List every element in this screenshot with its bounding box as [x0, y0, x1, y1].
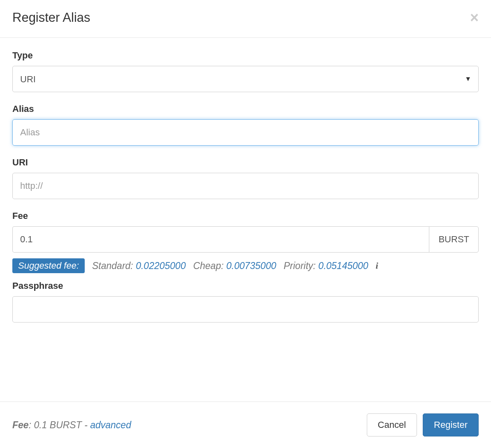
- suggested-fee-badge: Suggested fee:: [12, 258, 85, 273]
- footer-fee-value: : 0.1 BURST -: [29, 420, 90, 430]
- fee-cheap: Cheap: 0.00735000: [193, 260, 276, 272]
- alias-input[interactable]: [12, 119, 479, 146]
- uri-input[interactable]: [12, 173, 479, 199]
- fee-suggestions-row: Suggested fee: Standard: 0.02205000 Chea…: [12, 258, 479, 273]
- cancel-button[interactable]: Cancel: [367, 413, 417, 436]
- modal-title: Register Alias: [12, 10, 90, 25]
- fee-group: Fee BURST Suggested fee: Standard: 0.022…: [12, 211, 479, 273]
- uri-label: URI: [12, 157, 479, 168]
- type-select[interactable]: URI: [12, 66, 479, 92]
- uri-group: URI: [12, 157, 479, 199]
- advanced-link[interactable]: advanced: [90, 420, 131, 430]
- alias-label: Alias: [12, 104, 479, 114]
- fee-priority-label: Priority:: [284, 260, 316, 271]
- fee-unit: BURST: [429, 226, 479, 253]
- info-icon[interactable]: i: [376, 260, 378, 271]
- modal-header: Register Alias ×: [0, 0, 491, 38]
- close-icon: ×: [470, 9, 479, 26]
- passphrase-label: Passphrase: [12, 281, 479, 291]
- fee-input[interactable]: [12, 226, 429, 253]
- modal-body: Type URI ▼ Alias URI Fee BURST Suggeste: [0, 38, 491, 402]
- fee-priority-value[interactable]: 0.05145000: [318, 260, 368, 271]
- register-button[interactable]: Register: [423, 413, 479, 436]
- footer-fee-text: Fee: 0.1 BURST - advanced: [12, 420, 131, 431]
- register-alias-modal: Register Alias × Type URI ▼ Alias URI Fe…: [0, 0, 491, 448]
- fee-standard-label: Standard:: [92, 260, 133, 271]
- fee-input-group: BURST: [12, 226, 479, 253]
- fee-priority: Priority: 0.05145000: [284, 260, 368, 272]
- alias-group: Alias: [12, 104, 479, 146]
- modal-footer: Fee: 0.1 BURST - advanced Cancel Registe…: [0, 402, 491, 448]
- footer-buttons: Cancel Register: [367, 413, 479, 436]
- fee-standard-value[interactable]: 0.02205000: [136, 260, 186, 271]
- fee-cheap-label: Cheap:: [193, 260, 224, 271]
- footer-fee-label: Fee: [12, 420, 29, 430]
- fee-label: Fee: [12, 211, 479, 221]
- fee-cheap-value[interactable]: 0.00735000: [226, 260, 276, 271]
- fee-standard: Standard: 0.02205000: [92, 260, 186, 272]
- passphrase-input[interactable]: [12, 296, 479, 323]
- passphrase-group: Passphrase: [12, 281, 479, 323]
- type-label: Type: [12, 50, 479, 61]
- close-button[interactable]: ×: [470, 10, 479, 25]
- type-select-wrapper: URI ▼: [12, 66, 479, 92]
- type-group: Type URI ▼: [12, 50, 479, 92]
